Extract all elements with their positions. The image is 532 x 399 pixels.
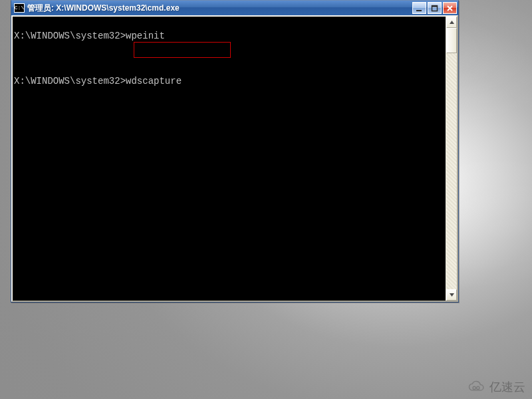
watermark-cloud-icon [467, 380, 485, 394]
cmd-icon-glyph: C:\ [15, 5, 24, 11]
window-controls [412, 2, 457, 14]
prompt: X:\WINDOWS\system32> [14, 31, 126, 41]
command-text: wpeinit [126, 31, 165, 41]
scroll-up-button[interactable] [446, 17, 457, 28]
scroll-track[interactable] [446, 28, 457, 289]
close-icon [446, 5, 454, 12]
maximize-button[interactable] [428, 2, 442, 14]
cmd-icon: C:\ [14, 3, 25, 13]
watermark: 亿速云 [467, 379, 525, 395]
svg-point-4 [477, 386, 479, 389]
minimize-button[interactable] [412, 2, 426, 14]
console-output[interactable]: X:\WINDOWS\system32>wpeinit X:\WINDOWS\s… [13, 17, 446, 301]
maximize-icon [431, 5, 438, 12]
close-button[interactable] [443, 2, 457, 14]
terminal-line: X:\WINDOWS\system32>wdscapture [14, 76, 446, 87]
watermark-text: 亿速云 [489, 379, 525, 395]
terminal-line-blank [14, 53, 446, 65]
chevron-up-icon [449, 19, 455, 25]
svg-point-3 [473, 386, 475, 389]
svg-rect-0 [416, 10, 422, 11]
terminal-line: X:\WINDOWS\system32>wpeinit [14, 31, 446, 42]
svg-rect-2 [432, 5, 438, 7]
scroll-thumb[interactable] [446, 28, 457, 53]
command-text: wdscapture [126, 76, 182, 86]
minimize-icon [416, 5, 423, 12]
prompt: X:\WINDOWS\system32> [14, 76, 126, 86]
scroll-down-button[interactable] [446, 289, 457, 301]
chevron-down-icon [449, 292, 455, 298]
window-title: 管理员: X:\WINDOWS\system32\cmd.exe [27, 3, 412, 14]
titlebar[interactable]: C:\ 管理员: X:\WINDOWS\system32\cmd.exe [11, 1, 458, 15]
console-frame: X:\WINDOWS\system32>wpeinit X:\WINDOWS\s… [11, 15, 458, 302]
vertical-scrollbar[interactable] [446, 17, 457, 301]
cmd-window: C:\ 管理员: X:\WINDOWS\system32\cmd.exe X:\… [11, 0, 459, 303]
